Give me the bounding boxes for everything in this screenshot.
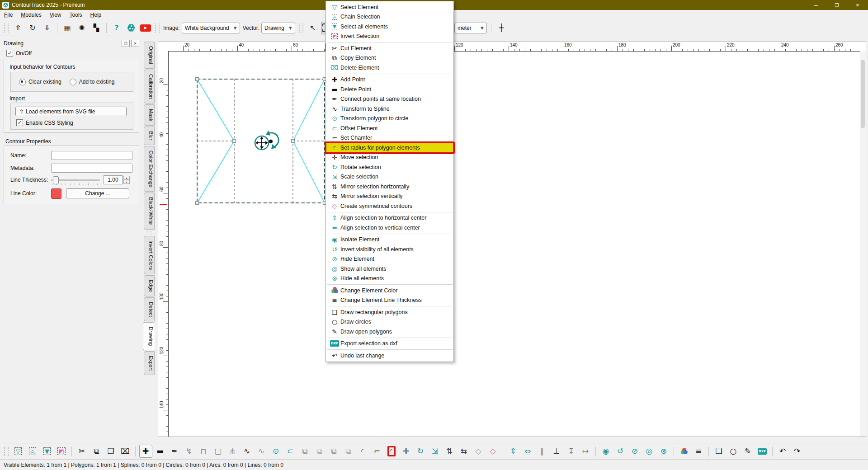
- draw-circles-button[interactable]: ○: [727, 445, 740, 458]
- dither-icon[interactable]: ▚: [90, 22, 103, 34]
- tab-edge[interactable]: Edge: [144, 275, 155, 296]
- set-radius-polygon-button[interactable]: ◜: [385, 445, 398, 458]
- crosshair-icon[interactable]: ┼: [495, 22, 508, 34]
- boolean-intersect-button[interactable]: ⧉: [327, 445, 340, 458]
- menu-item-draw-rectangular-polygons[interactable]: ❏Draw rectangular polygons: [326, 307, 453, 317]
- closed-polygon-button[interactable]: ▢: [212, 445, 225, 458]
- menubar-item-tools[interactable]: Tools: [66, 11, 86, 19]
- menu-item-invert-visibility[interactable]: ↺Invert visibility of all elements: [326, 244, 453, 254]
- spline-to-polygon-button[interactable]: ∿: [255, 445, 268, 458]
- menu-item-hide-element[interactable]: ⊘Hide Element: [326, 254, 453, 264]
- offset-element-button[interactable]: ⊂: [284, 445, 297, 458]
- menu-item-draw-open-polygons[interactable]: ✎Draw open polygons: [326, 327, 453, 337]
- menu-item-export-selection-dxf[interactable]: DXFExport selection as dxf: [326, 339, 453, 349]
- line-thickness-value[interactable]: 1.00: [104, 175, 123, 184]
- menu-item-scale-selection[interactable]: ⇲Scale selection: [326, 172, 453, 182]
- menu-item-undo-last-change[interactable]: ↶Undo last change: [326, 351, 453, 361]
- menu-item-copy-element[interactable]: ⧉Copy Element: [326, 53, 453, 63]
- menu-item-align-vertical-center[interactable]: ⇔Align selection to vertical center: [326, 223, 453, 233]
- draw-rectangular-polygons-button[interactable]: ❏: [712, 445, 726, 458]
- add-point-button[interactable]: ✚: [139, 445, 152, 458]
- open-polygon-button[interactable]: ⊓: [197, 445, 210, 458]
- tab-detect[interactable]: Detect: [144, 297, 155, 321]
- disconnect-points-button[interactable]: ↯: [183, 445, 196, 458]
- align-horizontal-center-button[interactable]: ⇕: [507, 445, 520, 458]
- menu-item-show-all-elements[interactable]: ◎Show all elements: [326, 264, 453, 274]
- aperture-icon[interactable]: ✺: [75, 22, 88, 34]
- menu-item-transform-polygon-to-circle[interactable]: ⊙Transform polygon to circle: [326, 114, 453, 124]
- set-chamfer-button[interactable]: ⌐: [371, 445, 384, 458]
- metadata-input[interactable]: [51, 164, 132, 173]
- show-all-elements-button[interactable]: ◎: [643, 445, 656, 458]
- export-selection-dxf-button[interactable]: DXF: [756, 445, 769, 458]
- change-color-button[interactable]: Change ...: [66, 188, 129, 198]
- connect-points-button[interactable]: ✒: [168, 445, 181, 458]
- menu-item-invert-selection[interactable]: ◩Invert Selection: [326, 32, 453, 42]
- menu-item-align-horizontal-center[interactable]: ⇕Align selection to horizontal center: [326, 213, 453, 223]
- help-icon[interactable]: ?: [110, 22, 123, 34]
- menubar-item-modules[interactable]: Modules: [17, 11, 45, 19]
- paste-element-button[interactable]: ❒: [104, 445, 118, 458]
- boolean-exclude-button[interactable]: ⧉: [342, 445, 355, 458]
- scale-selection-button[interactable]: ⇲: [429, 445, 442, 458]
- tab-calibration[interactable]: Calibration: [144, 70, 155, 103]
- box-align-right-button[interactable]: ↦: [579, 445, 592, 458]
- change-line-thickness-button[interactable]: ≡: [692, 445, 705, 458]
- menu-item-offset-element[interactable]: ⊂Offset Element: [326, 123, 453, 133]
- menu-item-mirror-horizontally[interactable]: ⇅Mirror selection horizontally: [326, 182, 453, 192]
- menu-item-connect-points[interactable]: ✒Connect points at same location: [326, 94, 453, 104]
- menu-item-change-element-color[interactable]: Change Element Color: [326, 286, 453, 296]
- image-background-select-box[interactable]: White Background▼: [182, 23, 240, 33]
- delete-element-button[interactable]: ⌧: [119, 445, 132, 458]
- tab-blur[interactable]: Blur: [144, 127, 155, 145]
- move-selection-button[interactable]: ✛: [400, 445, 413, 458]
- scrollbar-thumb[interactable]: [861, 60, 865, 128]
- menu-item-delete-element[interactable]: ⌧Delete Element: [326, 63, 453, 73]
- symmetrical-contours-button[interactable]: ◇: [472, 445, 485, 458]
- menu-item-select-element[interactable]: ▽Select Element: [326, 2, 453, 12]
- tab-export[interactable]: Export: [144, 351, 155, 375]
- hide-element-button[interactable]: ⊘: [628, 445, 642, 458]
- undo-button[interactable]: ↶: [776, 445, 789, 458]
- image-trace-icon[interactable]: ▦: [61, 22, 74, 34]
- copy-element-button[interactable]: ⧉: [90, 445, 103, 458]
- parallel-lines-button[interactable]: ∥: [536, 445, 549, 458]
- maximize-button[interactable]: ❐: [826, 0, 847, 10]
- symmetric-hexagon-button[interactable]: ◇: [486, 445, 500, 458]
- transform-to-spline-button[interactable]: ∿: [241, 445, 254, 458]
- tab-black-white[interactable]: Black-White: [144, 193, 155, 229]
- delete-point-button[interactable]: ▬: [154, 445, 167, 458]
- css-styling-checkbox[interactable]: ✓ Enable CSS Styling: [16, 119, 73, 126]
- mirror-horizontally-button[interactable]: ⇅: [443, 445, 456, 458]
- menu-item-symmetrical-contours[interactable]: ◇Create symmetrical contours: [326, 201, 453, 211]
- menu-item-transform-to-spline[interactable]: ∿Transform to Spline: [326, 104, 453, 114]
- tab-original[interactable]: Original: [144, 42, 155, 69]
- load-svg-file-icon[interactable]: ⇧: [12, 22, 24, 34]
- panel-float-icon[interactable]: ❐: [122, 40, 130, 47]
- canvas[interactable]: 20406080100120140160180200220240260 2040…: [158, 42, 866, 437]
- selected-polygon-figure[interactable]: [158, 42, 867, 437]
- draw-open-polygons-button[interactable]: ✎: [741, 445, 755, 458]
- menu-item-chain-selection[interactable]: ◬Chain Selection: [326, 12, 453, 22]
- perpendicular-button[interactable]: ⊥: [550, 445, 563, 458]
- image-background-select[interactable]: Image:White Background▼: [163, 23, 240, 33]
- tab-drawing[interactable]: Drawing: [143, 322, 155, 350]
- close-button[interactable]: ✕: [847, 0, 868, 10]
- tab-invert-colors[interactable]: Invert Colors: [144, 236, 155, 274]
- name-input[interactable]: [51, 151, 132, 160]
- line-color-swatch[interactable]: [51, 188, 61, 199]
- menu-item-set-radius-polygon[interactable]: ◜Set radius for polygon elements: [326, 143, 453, 153]
- radio-clear-existing[interactable]: Clear existing: [19, 79, 61, 85]
- vector-layer-select[interactable]: Vector:Drawing▼: [243, 23, 295, 33]
- load-svg-button[interactable]: ⇧ Load elements from SVG file: [15, 107, 127, 116]
- hide-all-elements-button[interactable]: ⊗: [657, 445, 670, 458]
- rotate-selection-button[interactable]: ↻: [414, 445, 427, 458]
- unit-select[interactable]: meter▼: [454, 23, 487, 33]
- menu-item-cut-element[interactable]: ✂Cut Element: [326, 43, 453, 53]
- minimize-button[interactable]: —: [806, 0, 826, 10]
- save-icon[interactable]: ⇩: [41, 22, 53, 34]
- pointer-tool-icon[interactable]: ↖: [307, 22, 319, 34]
- reload-icon[interactable]: ↻: [26, 22, 39, 34]
- menu-item-change-line-thickness[interactable]: ≡Change Element Line Thickness: [326, 296, 453, 306]
- panel-close-icon[interactable]: ✕: [131, 40, 139, 47]
